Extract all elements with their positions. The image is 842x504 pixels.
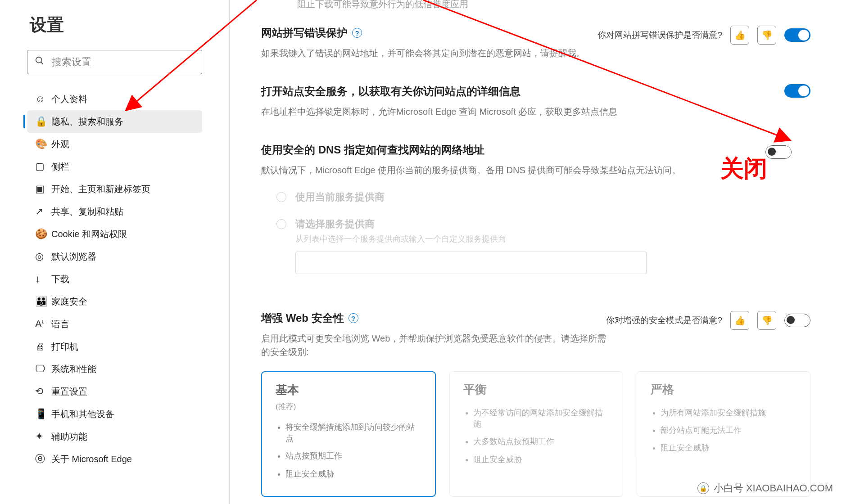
watermark: 🔒 小白号 XIAOBAIHAO.COM xyxy=(697,482,833,495)
dns-option-choose: 请选择服务提供商 从列表中选择一个服务提供商或输入一个自定义服务提供商 xyxy=(276,217,765,274)
setting-enhanced-security: 增强 Web 安全性 ? 启用此模式可更安全地浏览 Web，并帮助保护浏览器免受… xyxy=(261,296,810,504)
dns-provider-dropdown xyxy=(295,252,647,274)
sidebar-item-label: 重置设置 xyxy=(51,386,87,398)
toggle-secure-dns[interactable] xyxy=(765,145,792,159)
security-level-cards: 基本 (推荐) 将安全缓解措施添加到访问较少的站点 站点按预期工作 阻止安全威胁… xyxy=(261,371,810,497)
settings-sidebar: 设置 ☺个人资料 🔒隐私、搜索和服务 🎨外观 ▢侧栏 ▣开始、主页和新建标签页 … xyxy=(0,0,230,504)
setting-title: 打开站点安全服务，以获取有关你访问站点的详细信息 xyxy=(261,84,784,99)
sidebar-item-label: 开始、主页和新建标签页 xyxy=(51,183,150,195)
security-card-balanced[interactable]: 平衡 为不经常访问的网站添加安全缓解措施 大多数站点按预期工作 阻止安全威胁 xyxy=(449,371,623,497)
toggle-typo-protection[interactable] xyxy=(784,28,810,42)
security-card-basic[interactable]: 基本 (推荐) 将安全缓解措施添加到访问较少的站点 站点按预期工作 阻止安全威胁 xyxy=(261,371,436,497)
feedback-question: 你对增强的安全模式是否满意? xyxy=(606,315,722,326)
setting-desc: 如果我键入了错误的网站地址，并可能会将其定向到潜在的恶意网站，请提醒我。 xyxy=(261,46,598,60)
reset-icon: ⟲ xyxy=(35,386,51,397)
block-low-rep-desc: 阻止下载可能导致意外行为的低信誉度应用 xyxy=(261,0,810,10)
radio-icon xyxy=(276,219,286,229)
sidebar-item-start[interactable]: ▣开始、主页和新建标签页 xyxy=(27,178,229,200)
sidebar-item-label: 共享、复制和粘贴 xyxy=(51,206,123,218)
palette-icon: 🎨 xyxy=(35,138,51,150)
sidebar-item-about[interactable]: ⓔ关于 Microsoft Edge xyxy=(27,448,229,470)
sidebar-item-label: 隐私、搜索和服务 xyxy=(51,116,123,128)
phone-icon: 📱 xyxy=(35,408,51,420)
sidebar-item-label: 打印机 xyxy=(51,341,78,353)
sidebar-item-label: 系统和性能 xyxy=(51,363,96,375)
annotation-close-label: 关闭 xyxy=(720,153,767,184)
sidebar-item-label: 默认浏览器 xyxy=(51,251,96,263)
search-input[interactable] xyxy=(52,56,195,68)
setting-typo-protection: 网站拼写错误保护 ? 如果我键入了错误的网站地址，并可能会将其定向到潜在的恶意网… xyxy=(261,10,810,69)
sidebar-item-privacy[interactable]: 🔒隐私、搜索和服务 xyxy=(27,110,202,133)
panel-icon: ▢ xyxy=(35,161,51,172)
sidebar-item-label: Cookie 和网站权限 xyxy=(51,228,127,240)
sidebar-item-label: 辅助功能 xyxy=(51,431,87,443)
sidebar-item-phone[interactable]: 📱手机和其他设备 xyxy=(27,403,229,425)
edge-icon: ⓔ xyxy=(35,452,51,466)
sidebar-item-label: 侧栏 xyxy=(51,161,69,173)
help-icon[interactable]: ? xyxy=(352,28,362,38)
setting-desc: 默认情况下，Microsoft Edge 使用你当前的服务提供商。备用 DNS … xyxy=(261,163,765,177)
sidebar-item-label: 个人资料 xyxy=(51,93,87,105)
setting-desc: 启用此模式可更安全地浏览 Web，并帮助保护浏览器免受恶意软件的侵害。请选择所需… xyxy=(261,332,606,359)
sidebar-item-profile[interactable]: ☺个人资料 xyxy=(27,88,229,110)
sidebar-item-printers[interactable]: 🖨打印机 xyxy=(27,335,229,358)
share-icon: ↗ xyxy=(35,206,51,217)
sidebar-item-downloads[interactable]: ↓下载 xyxy=(27,268,229,290)
sidebar-item-language[interactable]: Aᵗ语言 xyxy=(27,313,229,335)
download-icon: ↓ xyxy=(35,273,51,285)
accessibility-icon: ✦ xyxy=(35,431,51,442)
settings-main: 阻止下载可能导致意外行为的低信誉度应用 网站拼写错误保护 ? 如果我键入了错误的… xyxy=(230,0,842,504)
browser-icon: ◎ xyxy=(35,251,51,262)
lock-icon: 🔒 xyxy=(35,116,51,127)
lock-icon: 🔒 xyxy=(697,482,709,494)
thumbs-down-button[interactable]: 👎 xyxy=(757,311,776,330)
printer-icon: 🖨 xyxy=(35,341,51,352)
sidebar-item-label: 关于 Microsoft Edge xyxy=(51,453,132,465)
toggle-enhanced-security[interactable] xyxy=(784,314,810,327)
language-icon: Aᵗ xyxy=(35,318,51,330)
sidebar-item-reset[interactable]: ⟲重置设置 xyxy=(27,380,229,403)
setting-site-safety: 打开站点安全服务，以获取有关你访问站点的详细信息 在地址栏中选择锁定图标时，允许… xyxy=(261,69,810,127)
radio-icon xyxy=(276,192,286,202)
setting-title: 网站拼写错误保护 ? xyxy=(261,26,598,40)
home-tab-icon: ▣ xyxy=(35,183,51,195)
svg-point-0 xyxy=(36,57,42,63)
sidebar-item-label: 家庭安全 xyxy=(51,296,87,308)
sidebar-item-system[interactable]: 🖵系统和性能 xyxy=(27,358,229,380)
security-card-strict[interactable]: 严格 为所有网站添加安全缓解措施 部分站点可能无法工作 阻止安全威胁 xyxy=(637,371,810,497)
sidebar-item-label: 下载 xyxy=(51,273,69,285)
sidebar-item-cookies[interactable]: 🍪Cookie 和网站权限 xyxy=(27,223,229,245)
setting-desc: 在地址栏中选择锁定图标时，允许Microsoft Edge 查询 Microso… xyxy=(261,105,784,118)
sidebar-item-family[interactable]: 👪家庭安全 xyxy=(27,290,229,313)
dns-option-current: 使用当前服务提供商 xyxy=(276,190,765,204)
sidebar-item-appearance[interactable]: 🎨外观 xyxy=(27,133,229,155)
sidebar-item-default-browser[interactable]: ◎默认浏览器 xyxy=(27,245,229,268)
svg-line-1 xyxy=(41,62,43,64)
family-icon: 👪 xyxy=(35,296,51,307)
profile-icon: ☺ xyxy=(35,93,51,105)
sidebar-item-label: 手机和其他设备 xyxy=(51,408,114,420)
sidebar-item-label: 外观 xyxy=(51,138,69,150)
toggle-site-safety[interactable] xyxy=(784,84,810,98)
feedback-question: 你对网站拼写错误保护是否满意? xyxy=(598,29,722,41)
help-icon[interactable]: ? xyxy=(349,313,358,323)
monitor-icon: 🖵 xyxy=(35,363,51,375)
setting-title: 使用安全的 DNS 指定如何查找网站的网络地址 xyxy=(261,143,765,157)
sidebar-item-share[interactable]: ↗共享、复制和粘贴 xyxy=(27,200,229,223)
dns-options: 使用当前服务提供商 请选择服务提供商 从列表中选择一个服务提供商或输入一个自定义… xyxy=(261,177,765,287)
settings-nav: ☺个人资料 🔒隐私、搜索和服务 🎨外观 ▢侧栏 ▣开始、主页和新建标签页 ↗共享… xyxy=(0,88,229,470)
search-settings-box[interactable] xyxy=(27,50,202,74)
sidebar-item-accessibility[interactable]: ✦辅助功能 xyxy=(27,425,229,448)
setting-title: 增强 Web 安全性 ? xyxy=(261,311,606,325)
thumbs-up-button[interactable]: 👍 xyxy=(730,26,749,45)
settings-title: 设置 xyxy=(30,14,229,36)
sidebar-item-sidebar[interactable]: ▢侧栏 xyxy=(27,155,229,178)
thumbs-up-button[interactable]: 👍 xyxy=(730,311,749,330)
sidebar-item-label: 语言 xyxy=(51,318,69,330)
search-icon xyxy=(35,56,45,68)
cookie-icon: 🍪 xyxy=(35,228,51,240)
thumbs-down-button[interactable]: 👎 xyxy=(757,26,776,45)
